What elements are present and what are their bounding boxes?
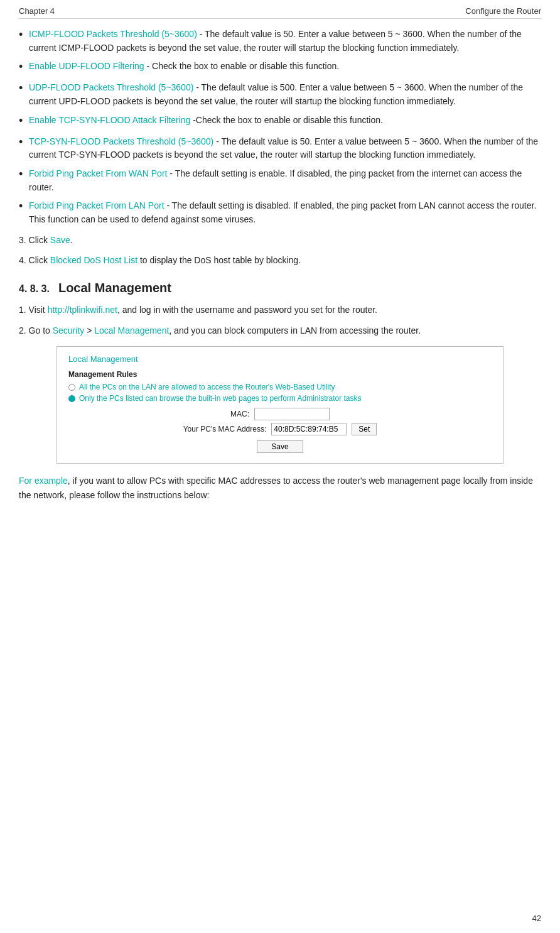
mac-label: MAC:	[230, 410, 249, 418]
local-management-ui-box: Local Management Management Rules All th…	[57, 346, 503, 464]
save-button[interactable]: Save	[257, 440, 303, 453]
page-header: Chapter 4 Configure the Router	[19, 6, 541, 19]
radio-2-label: Only the PCs listed can browse the built…	[79, 394, 362, 403]
section-heading: 4. 8. 3. Local Management	[19, 281, 541, 295]
for-example-text: For example	[19, 476, 68, 486]
list-item: • UDP-FLOOD Packets Threshold (5~3600) -…	[19, 81, 541, 108]
bullet-dot: •	[19, 166, 29, 183]
bullet-dot: •	[19, 134, 29, 151]
radio-row-2: Only the PCs listed can browse the built…	[68, 394, 492, 403]
step-4: 4. Click Blocked DoS Host List to displa…	[19, 253, 541, 267]
section-label: Configure the Router	[465, 6, 541, 16]
highlight-5: TCP-SYN-FLOOD Packets Threshold (5~3600)	[29, 136, 213, 146]
bullet-text-2: Enable UDP-FLOOD Filtering - Check the b…	[29, 60, 541, 74]
chapter-label: Chapter 4	[19, 6, 55, 16]
tplink-link: http://tplinkwifi.net	[48, 305, 117, 315]
save-btn-row: Save	[68, 440, 492, 453]
mac-row: MAC:	[68, 408, 492, 420]
highlight-3: UDP-FLOOD Packets Threshold (5~3600)	[29, 82, 193, 92]
section-number: 4. 8. 3.	[19, 283, 50, 295]
list-item: • Enable UDP-FLOOD Filtering - Check the…	[19, 60, 541, 76]
page-number: 42	[532, 914, 541, 923]
bullet-text-4: Enable TCP-SYN-FLOOD Attack Filtering -C…	[29, 114, 541, 128]
ui-box-title: Local Management	[68, 354, 492, 364]
bullet-text-6: Forbid Ping Packet From WAN Port - The d…	[29, 167, 541, 194]
radio-row-1: All the PCs on the LAN are allowed to ac…	[68, 383, 492, 391]
bullet-list: • ICMP-FLOOD Packets Threshold (5~3600) …	[19, 28, 541, 227]
blocked-dos-link: Blocked DoS Host List	[50, 255, 137, 265]
security-link: Security	[53, 325, 85, 336]
bullet-dot: •	[19, 112, 29, 130]
your-mac-row: Your PC's MAC Address: Set	[68, 423, 492, 435]
bullet-text-5: TCP-SYN-FLOOD Packets Threshold (5~3600)…	[29, 135, 541, 162]
your-mac-input[interactable]	[271, 423, 347, 435]
mac-input[interactable]	[254, 408, 330, 420]
para-2: 2. Go to Security > Local Management, an…	[19, 324, 541, 337]
example-paragraph: For example, if you want to allow PCs wi…	[19, 474, 541, 502]
bullet-text-3: UDP-FLOOD Packets Threshold (5~3600) - T…	[29, 81, 541, 108]
para-1: 1. Visit http://tplinkwifi.net, and log …	[19, 303, 541, 317]
highlight-6: Forbid Ping Packet From WAN Port	[29, 168, 167, 178]
radio-1-label: All the PCs on the LAN are allowed to ac…	[79, 383, 335, 391]
bullet-text-1: ICMP-FLOOD Packets Threshold (5~3600) - …	[29, 28, 541, 55]
save-link: Save	[50, 235, 70, 245]
your-mac-label: Your PC's MAC Address:	[183, 425, 267, 434]
list-item: • Enable TCP-SYN-FLOOD Attack Filtering …	[19, 114, 541, 130]
list-item: • Forbid Ping Packet From WAN Port - The…	[19, 167, 541, 194]
list-item: • ICMP-FLOOD Packets Threshold (5~3600) …	[19, 28, 541, 55]
set-button[interactable]: Set	[352, 423, 377, 435]
list-item: • TCP-SYN-FLOOD Packets Threshold (5~360…	[19, 135, 541, 162]
highlight-2: Enable UDP-FLOOD Filtering	[29, 61, 144, 71]
radio-2[interactable]	[68, 395, 75, 402]
highlight-4: Enable TCP-SYN-FLOOD Attack Filtering	[29, 115, 190, 125]
list-item: • Forbid Ping Packet From LAN Port - The…	[19, 199, 541, 226]
highlight-7: Forbid Ping Packet From LAN Port	[29, 200, 164, 210]
section-title: Local Management	[58, 281, 171, 295]
bullet-dot: •	[19, 198, 29, 216]
step-3: 3. Click Save.	[19, 233, 541, 247]
bullet-dot: •	[19, 58, 29, 76]
radio-1[interactable]	[68, 384, 75, 391]
mgmt-rules-label: Management Rules	[68, 370, 492, 379]
bullet-dot: •	[19, 26, 29, 44]
bullet-text-7: Forbid Ping Packet From LAN Port - The d…	[29, 199, 541, 226]
local-mgmt-link: Local Management	[94, 325, 169, 336]
bullet-dot: •	[19, 80, 29, 97]
highlight-1: ICMP-FLOOD Packets Threshold (5~3600)	[29, 29, 197, 39]
